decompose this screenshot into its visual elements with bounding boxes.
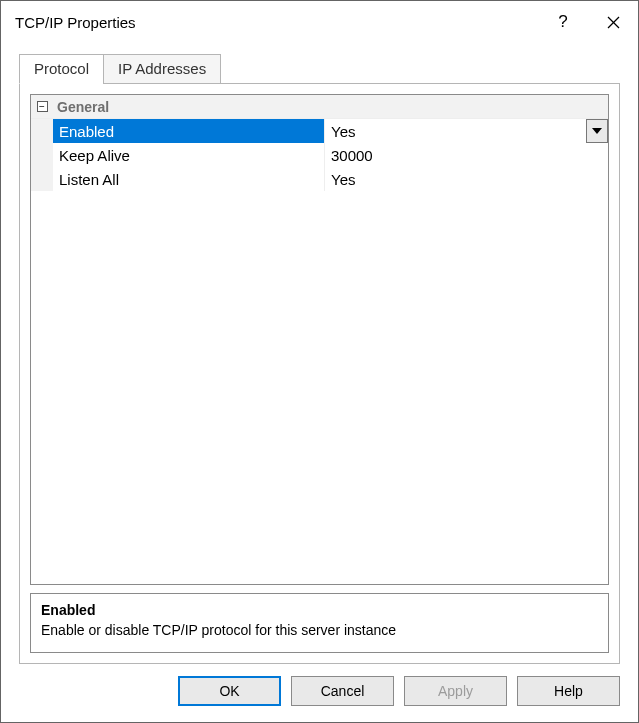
help-dialog-button[interactable]: Help [517,676,620,706]
row-gutter [31,119,53,143]
description-title: Enabled [41,602,598,618]
property-grid: − General Enabled Yes [30,94,609,585]
content-area: Protocol IP Addresses − General Enabled [1,43,638,664]
svg-marker-2 [592,128,602,134]
property-value-enabled[interactable]: Yes [325,119,608,143]
category-label: General [53,99,109,115]
tab-ip-addresses[interactable]: IP Addresses [103,54,221,84]
button-row: OK Cancel Apply Help [1,664,638,722]
titlebar: TCP/IP Properties ? [1,1,638,43]
property-value-listen-all[interactable]: Yes [325,167,608,191]
help-button[interactable]: ? [538,1,588,43]
row-gutter [31,167,53,191]
close-icon [607,16,620,29]
ok-button[interactable]: OK [178,676,281,706]
category-row: − General [31,95,608,119]
close-button[interactable] [588,1,638,43]
description-panel: Enabled Enable or disable TCP/IP protoco… [30,593,609,653]
property-value-text: 30000 [331,147,373,164]
description-text: Enable or disable TCP/IP protocol for th… [41,622,598,638]
row-gutter [31,143,53,167]
apply-button: Apply [404,676,507,706]
property-value-text: Yes [331,171,355,188]
property-name: Listen All [53,167,325,191]
tab-page: − General Enabled Yes [19,83,620,664]
property-row-keep-alive[interactable]: Keep Alive 30000 [31,143,608,167]
property-value-keep-alive[interactable]: 30000 [325,143,608,167]
window-title: TCP/IP Properties [15,14,538,31]
chevron-down-icon [592,128,602,134]
cancel-button[interactable]: Cancel [291,676,394,706]
property-value-text: Yes [331,123,355,140]
property-row-listen-all[interactable]: Listen All Yes [31,167,608,191]
dialog-window: TCP/IP Properties ? Protocol IP Addresse… [0,0,639,723]
category-toggle[interactable]: − [31,101,53,112]
dropdown-button[interactable] [586,119,608,143]
property-name: Enabled [53,119,325,143]
property-row-enabled[interactable]: Enabled Yes [31,119,608,143]
tab-protocol[interactable]: Protocol [19,54,104,84]
minus-icon: − [37,101,48,112]
tab-strip: Protocol IP Addresses [19,54,620,84]
property-name: Keep Alive [53,143,325,167]
